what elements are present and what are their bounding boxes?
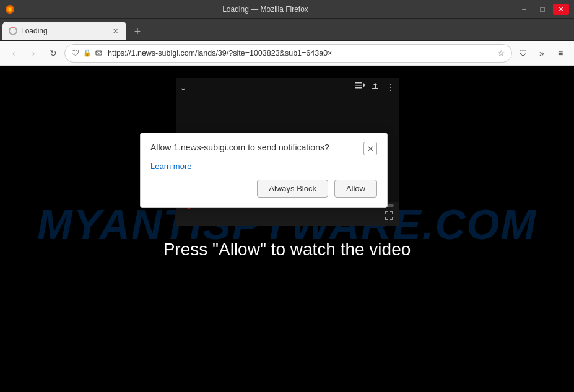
titlebar-buttons: − □ ✕	[516, 4, 569, 15]
notification-popup: Allow 1.news-subigi.com to send notifica…	[140, 133, 388, 208]
chevron-down-icon[interactable]: ⌄	[180, 82, 187, 92]
video-top-bar: ⌄	[180, 82, 395, 92]
share-icon[interactable]	[372, 82, 380, 92]
tab-close-button[interactable]: ✕	[110, 26, 120, 36]
minimize-button[interactable]: −	[516, 4, 532, 15]
bookmark-icon[interactable]: ☆	[497, 48, 505, 58]
navbar: ‹ › ↻ 🛡 🔒 https://1.news-subigi.com/land…	[0, 41, 574, 66]
back-button[interactable]: ‹	[5, 45, 22, 62]
close-button[interactable]: ✕	[553, 4, 569, 15]
svg-rect-7	[355, 87, 362, 89]
reload-button[interactable]: ↻	[45, 45, 62, 62]
svg-marker-4	[96, 51, 102, 54]
press-allow-text: Press "Allow" to watch the video	[163, 240, 411, 259]
popup-buttons: Always Block Allow	[150, 180, 377, 198]
tabbar: Loading ✕ +	[0, 19, 574, 41]
forward-button[interactable]: ›	[25, 45, 42, 62]
svg-rect-6	[355, 85, 362, 86]
svg-marker-8	[363, 83, 365, 87]
popup-header: Allow 1.news-subigi.com to send notifica…	[150, 142, 377, 155]
main-content: MYANTISPYWARE.COM ⌄	[0, 66, 574, 392]
learn-more-link[interactable]: Learn more	[150, 162, 191, 171]
urlbar[interactable]: 🛡 🔒 https://1.news-subigi.com/lands/39/?…	[64, 44, 512, 63]
svg-rect-9	[372, 88, 378, 89]
fullscreen-icon[interactable]	[384, 211, 394, 222]
lock-icon: 🔒	[83, 49, 92, 57]
more-tools-button[interactable]: »	[533, 45, 550, 62]
allow-button[interactable]: Allow	[334, 180, 377, 198]
window-title: Loading — Mozilla Firefox	[15, 5, 516, 14]
fullscreen-button-container	[181, 209, 394, 224]
popup-title: Allow 1.news-subigi.com to send notifica…	[150, 142, 363, 154]
titlebar-left	[5, 4, 15, 14]
tab-loading-icon	[9, 27, 17, 35]
playlist-icon[interactable]	[355, 82, 365, 92]
always-block-button[interactable]: Always Block	[257, 180, 328, 198]
shield-button[interactable]: 🛡	[515, 45, 532, 62]
popup-close-button[interactable]: ✕	[363, 142, 377, 155]
active-tab[interactable]: Loading ✕	[2, 22, 126, 40]
notification-permission-icon	[95, 49, 104, 58]
tab-title: Loading	[21, 27, 107, 35]
video-top-bar-left: ⌄	[180, 82, 187, 92]
navbar-right: 🛡 » ≡	[515, 45, 569, 62]
url-text: https://1.news-subigi.com/lands/39/?site…	[108, 49, 494, 58]
more-options-icon[interactable]: ⋮	[386, 82, 395, 92]
video-top-bar-right: ⋮	[355, 82, 395, 92]
menu-button[interactable]: ≡	[552, 45, 569, 62]
firefox-logo-icon	[5, 4, 15, 14]
new-tab-button[interactable]: +	[129, 23, 146, 40]
svg-rect-5	[355, 82, 362, 84]
titlebar: Loading — Mozilla Firefox − □ ✕	[0, 0, 574, 19]
svg-point-2	[9, 8, 11, 11]
maximize-button[interactable]: □	[534, 4, 550, 15]
shield-icon: 🛡	[71, 48, 79, 58]
